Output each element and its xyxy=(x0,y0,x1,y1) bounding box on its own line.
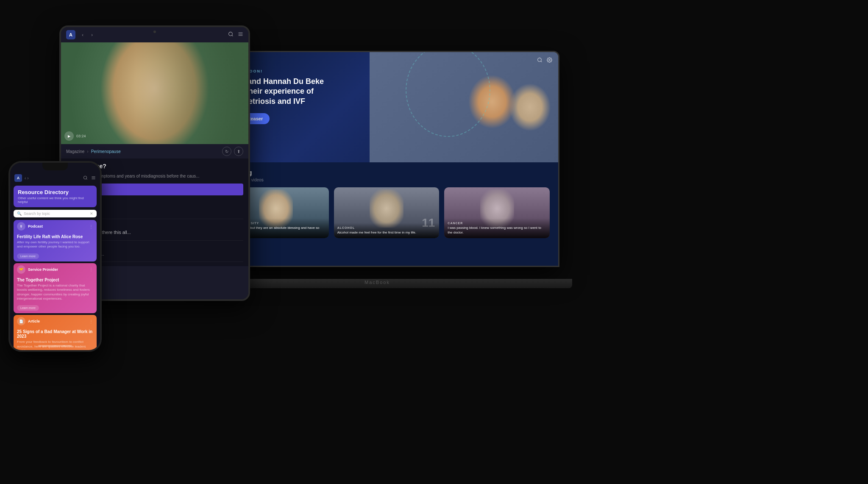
phone-card-service-desc: The Together Project is a national chari… xyxy=(17,284,93,301)
phone-card-article-body: 25 Signs of a Bad Manager at Work in 202… xyxy=(14,328,97,350)
svg-point-18 xyxy=(549,59,550,61)
laptop-hero-banner: ‹ › COMING SOON! xyxy=(215,52,558,162)
phone-card-article-type: Article xyxy=(28,319,40,323)
phone-screen: A ‹ › Resour xyxy=(10,163,100,350)
phone-search-magnifier-icon: 🔍 xyxy=(17,211,22,216)
trending-card-3[interactable]: CANCER I was passing blood. I knew somet… xyxy=(444,187,550,238)
tablet-topbar: A ‹ › xyxy=(61,27,248,42)
trending-title: Trending xyxy=(223,169,550,177)
phone-resource-directory-header: Resource Directory Other useful content … xyxy=(14,186,97,207)
svg-point-19 xyxy=(229,32,233,36)
phone-card-podcast-type: Podcast xyxy=(28,224,43,228)
phone-service-icon: 🤝 xyxy=(17,265,25,274)
phone-nav-buttons: ‹ › xyxy=(25,176,29,181)
phone-card-podcast-menu[interactable]: ⋮ xyxy=(89,224,93,229)
laptop-main-content: ‹ › COMING SOON! xyxy=(215,52,558,266)
svg-line-20 xyxy=(232,35,233,36)
phone-card-article-title: 25 Signs of a Bad Manager at Work in 202… xyxy=(17,329,93,339)
phone-menu-icon[interactable] xyxy=(91,175,96,181)
phone-back-icon[interactable]: ‹ xyxy=(25,176,26,181)
phone: A ‹ › Resour xyxy=(8,161,102,352)
tablet-app-logo: A xyxy=(66,30,75,39)
phone-card-podcast-btn[interactable]: Learn more xyxy=(17,253,39,259)
phone-podcast-icon: 🎙 xyxy=(17,222,25,231)
tablet-play-button[interactable]: ▶ xyxy=(64,131,74,141)
phone-notch xyxy=(42,163,68,170)
laptop-screen: A xyxy=(196,52,558,266)
phone-card-service-btn[interactable]: Learn more xyxy=(17,305,39,311)
breadcrumb-magazine[interactable]: Magazine xyxy=(66,149,84,154)
trending-card-desc-2: Alcohol made me feel free for the first … xyxy=(337,231,436,235)
scene: A xyxy=(0,0,868,484)
trending-cards-container: NEURODIVERSITY It's devastating but they… xyxy=(223,187,550,238)
tablet-breadcrumb: Magazine › Perimenopause ↻ ⬆ xyxy=(61,144,248,159)
breadcrumb-actions: ↻ ⬆ xyxy=(222,147,243,156)
phone-search-icon[interactable] xyxy=(83,175,88,181)
phone-search-bar[interactable]: 🔍 Search by topic ✕ xyxy=(14,210,97,217)
phone-card-podcast-desc: After my own fertility journey I wanted … xyxy=(17,240,93,249)
phone-topbar: A ‹ › xyxy=(10,170,100,184)
phone-card-article-menu[interactable]: ⋮ xyxy=(89,319,93,324)
tablet-forward-button[interactable]: › xyxy=(88,31,96,39)
breadcrumb-refresh-button[interactable]: ↻ xyxy=(222,147,231,156)
tablet-video-controls: ▶ 03:24 xyxy=(64,131,86,141)
phone-card-podcast-title: Fertility Life Raft with Alice Rose xyxy=(17,234,93,239)
tablet-video-area: ▶ 03:24 xyxy=(61,42,248,144)
settings-icon[interactable] xyxy=(547,57,552,64)
hero-image xyxy=(370,52,559,162)
tablet-video-time: 03:24 xyxy=(76,134,86,138)
phone-card-service-body: The Together Project The Together Projec… xyxy=(14,276,97,314)
tablet-video-background xyxy=(136,42,248,144)
phone-card-service-menu[interactable]: ⋮ xyxy=(89,267,93,272)
tablet-search-icon[interactable] xyxy=(228,31,234,38)
phone-card-article-header: 📄 Article ⋮ xyxy=(14,315,97,328)
tablet-nav-buttons: ‹ › xyxy=(79,31,96,39)
svg-line-17 xyxy=(541,61,542,62)
phone-forward-icon[interactable]: › xyxy=(27,176,28,181)
breadcrumb-separator: › xyxy=(87,149,88,154)
phone-card-service-type: Service Provider xyxy=(28,267,58,272)
phone-frame: A ‹ › Resour xyxy=(8,161,102,352)
phone-card-podcast-body: Fertility Life Raft with Alice Rose Afte… xyxy=(14,233,97,261)
hero-top-right-actions xyxy=(537,57,552,64)
trending-section: Trending Trending topic videos NEURODIVE… xyxy=(215,162,558,245)
phone-card-service[interactable]: 🤝 Service Provider ⋮ The Together Projec… xyxy=(14,263,97,314)
svg-line-25 xyxy=(86,178,87,179)
phone-article-icon: 📄 xyxy=(17,317,25,325)
trending-card-overlay-2: ALCOHOL Alcohol made me feel free for th… xyxy=(334,223,440,238)
phone-topbar-right xyxy=(83,175,96,181)
tablet-back-button[interactable]: ‹ xyxy=(79,31,86,39)
trending-subtitle: Trending topic videos xyxy=(223,178,550,182)
phone-app-logo: A xyxy=(14,174,22,182)
tablet-menu-icon[interactable] xyxy=(238,31,243,38)
tablet-topbar-right xyxy=(228,31,243,38)
trending-card-tag-2: ALCOHOL xyxy=(337,226,436,229)
breadcrumb-share-button[interactable]: ⬆ xyxy=(234,147,243,156)
phone-home-indicator xyxy=(38,345,72,347)
phone-card-service-title: The Together Project xyxy=(17,278,93,282)
phone-search-clear-icon[interactable]: ✕ xyxy=(90,211,93,216)
phone-search-placeholder: Search by topic xyxy=(24,211,88,216)
trending-card-2[interactable]: 11 ALCOHOL Alcohol made me feel free for… xyxy=(334,187,440,238)
search-icon[interactable] xyxy=(537,57,542,64)
phone-section-title: Resource Directory xyxy=(18,189,92,195)
svg-point-16 xyxy=(538,58,542,62)
svg-point-24 xyxy=(83,176,86,179)
tablet-camera xyxy=(153,31,156,33)
phone-card-service-header: 🤝 Service Provider ⋮ xyxy=(14,263,97,276)
trending-card-tag-3: CANCER xyxy=(448,222,546,225)
phone-card-podcast-header: 🎙 Podcast ⋮ xyxy=(14,220,97,233)
phone-card-podcast[interactable]: 🎙 Podcast ⋮ Fertility Life Raft with Ali… xyxy=(14,220,97,261)
trending-card-overlay-3: CANCER I was passing blood. I knew somet… xyxy=(444,218,550,238)
trending-card-desc-3: I was passing blood. I knew something wa… xyxy=(448,226,546,235)
breadcrumb-perimenopause[interactable]: Perimenopause xyxy=(91,149,121,154)
phone-section-subtitle: Other useful content we think you might … xyxy=(18,196,92,204)
